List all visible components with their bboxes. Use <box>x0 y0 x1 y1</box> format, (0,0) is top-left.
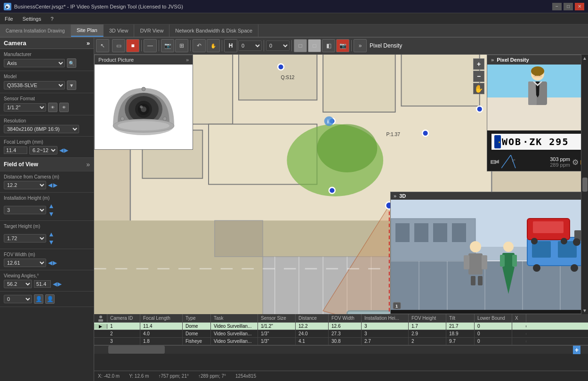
separator4 <box>222 40 222 51</box>
fov-width-left-arrow[interactable]: ◀ <box>48 259 52 266</box>
scroll-up-arrow[interactable]: ▲ <box>582 56 587 61</box>
pixel-density-image <box>487 65 588 130</box>
tab-dvr-view[interactable]: DVR View <box>134 24 169 37</box>
product-picture-close[interactable]: » <box>186 57 189 63</box>
svg-point-36 <box>329 187 335 194</box>
menu-help[interactable]: ? <box>48 15 55 23</box>
maximize-button[interactable]: □ <box>564 3 573 10</box>
viewing-angle-left-arrow[interactable]: ◀ <box>53 281 57 287</box>
tab-site-plan[interactable]: Site Plan <box>71 24 104 37</box>
select-tool-btn[interactable]: ↖ <box>96 39 109 52</box>
focal-length-range-select[interactable]: 6.2~12. <box>29 146 57 154</box>
install-height-select[interactable]: 3 <box>4 206 46 214</box>
viewing-angle-v-input[interactable] <box>34 280 51 288</box>
sensor-img1-btn[interactable]: 👁 <box>48 103 57 112</box>
install-height-up-arrow[interactable]: ▲ <box>48 202 55 210</box>
menu-file[interactable]: File <box>3 15 15 23</box>
gear-icon[interactable]: ⚙ <box>572 158 579 167</box>
focal-left-arrow[interactable]: ◀ <box>59 147 64 154</box>
cell-sensor-1: 1/1.2" <box>258 323 296 330</box>
counter-select[interactable]: 0 <box>4 295 32 303</box>
svg-text:Q:S12: Q:S12 <box>281 75 295 80</box>
manufacturer-search-btn[interactable]: 🔍 <box>67 58 76 68</box>
model-select[interactable]: Q3538-SLVE <box>4 81 65 89</box>
collapse-icon[interactable]: » <box>87 40 90 47</box>
scroll-thumb[interactable] <box>582 178 588 192</box>
person-icon-btn[interactable]: 👤 <box>34 294 43 304</box>
color1-btn[interactable]: □ <box>294 39 307 52</box>
tab-network-bandwidth[interactable]: Network Bandwidth & Disk Space <box>169 24 258 37</box>
separator3 <box>190 40 191 51</box>
tab-3d-view[interactable]: 3D View <box>104 24 135 37</box>
viewing-angle-right-arrow[interactable]: ▶ <box>57 281 62 287</box>
rect-tool-btn[interactable]: ▭ <box>112 39 125 52</box>
resolution-stat: 1254x815 <box>235 373 256 379</box>
person2-icon-btn[interactable]: 👤 <box>45 294 55 304</box>
menu-settings[interactable]: Settings <box>21 15 43 23</box>
manufacturer-select[interactable]: Axis <box>4 59 65 67</box>
sensor-format-section: Sensor Format 1/1.2" 👁 👁 <box>0 93 94 115</box>
right-scrollbar[interactable]: ▲ ▼ <box>581 55 588 314</box>
pan-btn[interactable]: ✋ <box>207 39 220 52</box>
close-button[interactable]: ✕ <box>575 3 584 10</box>
camera-title: Camera <box>4 40 26 47</box>
pixel-density-expand[interactable]: » <box>491 57 494 63</box>
target-height-up-arrow[interactable]: ▲ <box>48 230 55 238</box>
angle-diagram: 7° <box>501 155 520 169</box>
zoom-out-btn[interactable]: − <box>473 71 484 82</box>
table-hscroll[interactable] <box>94 346 588 354</box>
distance-left-arrow[interactable]: ◀ <box>48 182 52 188</box>
focal-right-arrow[interactable]: ▶ <box>64 147 68 154</box>
cell-focal-3: 1.8 <box>140 338 183 345</box>
view-3d-expand[interactable]: » <box>394 193 396 199</box>
distance-select[interactable]: 12.2 <box>4 181 46 189</box>
fov-width-right-arrow[interactable]: ▶ <box>53 259 57 266</box>
table-row[interactable]: 3 1.8 Fisheye Video Surveillan... 1/3" 4… <box>94 338 588 345</box>
line-tool-btn[interactable]: — <box>144 39 157 52</box>
wall-tool-btn[interactable]: ⊞ <box>175 39 188 52</box>
cell-id-3: 3 <box>107 338 140 345</box>
cell-install-h-2: 3 <box>362 330 409 337</box>
focal-length-input[interactable] <box>4 146 27 154</box>
fov-expand-icon[interactable]: » <box>86 161 90 168</box>
v-value-select[interactable]: 0 <box>266 41 290 51</box>
scroll-down-arrow[interactable]: ▼ <box>582 308 587 313</box>
minimize-button[interactable]: − <box>552 3 562 10</box>
camera-small-icon <box>490 159 499 165</box>
cell-id-1: 1 <box>107 323 140 330</box>
expand-right-btn[interactable]: » <box>354 39 367 52</box>
h-value-select[interactable]: 0 <box>238 41 262 51</box>
svg-point-97 <box>531 238 538 244</box>
install-height-down-arrow[interactable]: ▼ <box>48 210 55 218</box>
distance-right-arrow[interactable]: ▶ <box>53 182 57 188</box>
target-height-select[interactable]: 1.72 <box>4 234 46 243</box>
camera3d-btn[interactable]: 📷 <box>336 39 349 52</box>
distance-section: Distance from Camera (m) 12.2 ◀ ▶ <box>0 171 94 193</box>
target-height-down-arrow[interactable]: ▼ <box>48 238 55 246</box>
zoom-in-btn[interactable]: + <box>473 58 484 70</box>
model-search-btn[interactable]: ▼ <box>67 81 76 90</box>
viewing-angles-section: Viewing Angles,° 56.2 ◀ ▶ <box>0 270 94 292</box>
focal-length-row: 6.2~12. ◀ ▶ <box>4 146 90 154</box>
texture-btn[interactable]: ◧ <box>322 39 335 52</box>
cell-lower-2: 0 <box>475 330 512 337</box>
product-picture-body <box>95 65 193 149</box>
sensor-img2-btn[interactable]: 👁 <box>59 103 69 112</box>
pan-mode-btn[interactable]: ✋ <box>473 83 484 94</box>
tab-camera-installation[interactable]: Camera Installation Drawing <box>0 24 71 37</box>
table-row[interactable]: ▶ 1 11.4 Dome Video Surveillan... 1/1.2"… <box>94 323 588 330</box>
resolution-select[interactable]: 3840x2160 (8MP 16:9) <box>4 125 79 133</box>
viewing-angle-h-select[interactable]: 56.2 <box>4 280 32 288</box>
sensor-format-select[interactable]: 1/1.2" <box>4 103 46 112</box>
col-distance: Distance <box>296 314 329 322</box>
fill-tool-btn[interactable]: ■ <box>126 39 139 52</box>
hscroll-thumb[interactable] <box>108 346 165 354</box>
fov-width-select[interactable]: 12.61 <box>4 259 46 267</box>
camera-place-btn[interactable]: 📷 <box>161 39 174 52</box>
table-row[interactable]: 2 4.0 Dome Video Surveillan... 1/3" 24.0… <box>94 330 588 338</box>
svg-rect-116 <box>98 319 103 322</box>
focal-length-arrows: ◀ ▶ <box>59 147 68 154</box>
add-row-btn[interactable]: + <box>573 346 580 354</box>
color2-btn[interactable]: □ <box>308 39 321 52</box>
undo-btn[interactable]: ↶ <box>193 39 206 52</box>
